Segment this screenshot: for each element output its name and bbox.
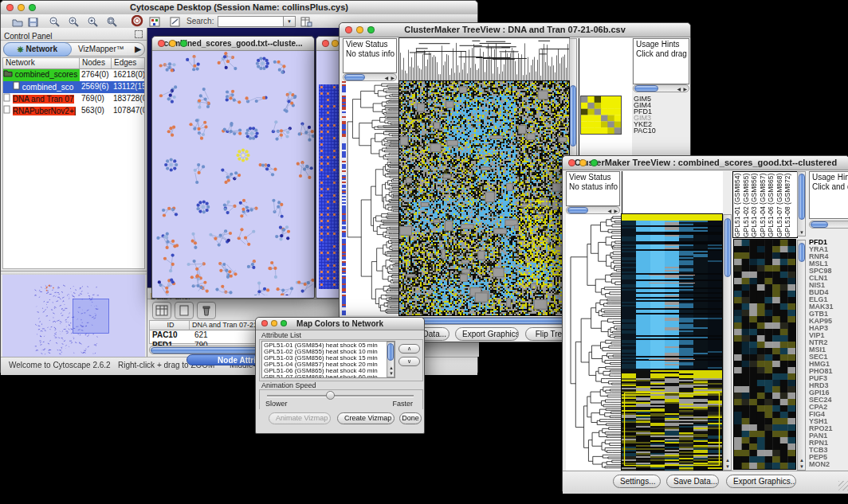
attribute-select-icon[interactable] [152,302,171,319]
close-button[interactable] [261,320,268,326]
network-row[interactable]: RNAPuberNov2+| 563(0) 107847(0) [3,105,144,117]
zoom-button[interactable] [180,40,187,47]
gene-label-list: PFD1YRA1RNR4MSL1SPC98CLN1NIS1BUD4ELG1MAK… [809,239,848,470]
tab-overflow-arrow[interactable]: ▶ [132,43,144,56]
attribute-list-item[interactable]: GPL51-07 (GSM868) heat shock 60 min [264,374,395,378]
close-button[interactable] [322,40,329,47]
zoom-vscrollbar[interactable]: ▲▼ [797,240,806,471]
new-attribute-icon[interactable] [175,302,194,319]
close-button[interactable] [345,26,352,33]
global-expression-heatmap[interactable] [622,214,722,471]
move-down-button[interactable]: ∨ [398,357,420,366]
close-button[interactable] [6,4,14,11]
save-data-button[interactable]: Save Data... [666,475,719,488]
attribute-list-item[interactable]: GPL51-01 (GSM854) heat shock 05 min [264,342,395,349]
treeview2-vscrollbar[interactable]: ▲▼ [723,214,732,471]
animate-vizmap-button[interactable]: Animate Vizmap [269,412,331,424]
slower-label: Slower [265,400,288,408]
scrollbar-thumb[interactable] [799,243,805,262]
move-up-button[interactable]: ∧ [398,344,420,354]
scrollbar-thumb[interactable] [344,74,365,80]
attribute-list-item[interactable]: GPL51-03 (GSM856) heat shock 15 min [264,355,395,361]
scrollbar-thumb[interactable] [570,85,576,147]
zoom-button[interactable] [367,26,375,33]
gene-label[interactable]: MON2 [809,461,848,468]
network-row[interactable]: combined_scores 2764(0) 16218(0) [3,69,144,81]
scrollbar-thumb[interactable] [811,221,828,228]
view-status-scrollbar[interactable]: ◀▶ [566,206,620,214]
zoom-expression-heatmap[interactable] [734,240,795,469]
speed-slider-thumb[interactable] [326,391,335,400]
column-header-network[interactable]: Network [3,58,80,69]
column-header-id[interactable]: ID [150,321,190,330]
scrollbar-thumb[interactable] [634,85,658,92]
minimize-button[interactable] [169,40,176,47]
attribute-list[interactable]: GPL51-01 (GSM854) heat shock 05 minGPL51… [261,341,395,378]
done-button[interactable]: Done [399,412,422,424]
column-header-edges[interactable]: Edges [112,58,144,69]
faster-label: Faster [392,400,413,408]
treeview1-title-bar[interactable]: ClusterMaker TreeView : DNA and Tran 07-… [340,23,690,37]
scrollbar-thumb[interactable] [724,218,731,277]
float-panel-icon[interactable] [135,30,143,38]
minimize-button[interactable] [356,26,363,33]
close-button[interactable] [158,40,165,47]
minimize-button[interactable] [18,4,25,11]
export-graphics-button[interactable]: Export Graphics... [455,327,519,341]
usage-hints-scrollbar[interactable]: ◀▶ [633,84,689,92]
column-dendrogram[interactable] [399,38,569,81]
attribute-list-vscrollbar[interactable]: ▲▼ [387,342,395,377]
zoom-button[interactable] [591,159,598,166]
column-labels-vscrollbar[interactable]: ▼ [797,171,806,236]
minimize-button[interactable] [579,159,587,166]
main-window-title: Cytoscape Desktop (Session Name: collins… [130,2,348,12]
usage-hints-box: Usage HintsClick and drag to [809,171,848,219]
attribute-list-item[interactable]: GPL51-02 (GSM855) heat shock 10 min [264,349,395,355]
column-label: GPL51-04 (GSM857) [759,172,768,237]
usage-hints-scrollbar[interactable] [809,221,848,229]
search-input[interactable] [218,16,285,27]
minimize-button[interactable] [271,320,277,326]
scrollbar-thumb[interactable] [387,343,394,361]
search-dropdown-button[interactable]: ▼ [283,16,296,27]
matrix-row-labels: GIM5GIM4PFD1GIM3YKE2PAC10 [634,96,665,134]
panel-tab-bar: ⎈ Network VizMapper™ ▶ [3,42,145,57]
row-dendrogram[interactable] [346,81,398,315]
minimize-button[interactable] [332,40,339,47]
delete-attribute-icon[interactable] [197,302,216,319]
resize-grip[interactable] [838,481,848,490]
settings-button[interactable]: Settings... [613,475,661,488]
document-icon [3,93,10,105]
network-canvas[interactable] [154,52,314,295]
column-header-nodes[interactable]: Nodes [80,58,112,69]
scrollbar-thumb[interactable] [405,318,564,324]
network-row[interactable]: DNA and Tran 07 769(0) 183728(0) [3,93,144,105]
folder-icon [3,69,13,80]
treeview2-title-bar[interactable]: ClusterMaker TreeView : combined_scores_… [563,156,848,170]
row-dendrogram[interactable] [566,214,622,471]
speed-slider-groove[interactable] [267,395,414,397]
tab-vizmapper[interactable]: VizMapper™ [71,43,132,56]
tab-network[interactable]: ⎈ Network [3,42,72,57]
document-icon [3,105,10,117]
birdseye-view[interactable] [2,275,145,357]
main-title-bar[interactable]: Cytoscape Desktop (Session Name: collins… [1,1,477,15]
correlation-matrix-heatmap[interactable] [581,96,621,134]
attribute-list-item[interactable]: GPL51-06 (GSM865) heat shock 40 min [264,368,395,374]
dialog-title-bar[interactable]: Map Colors to Network [256,318,424,330]
zoom-button[interactable] [281,320,287,326]
create-vizmap-button[interactable]: Create Vizmap [337,412,395,424]
scrollbar-thumb[interactable] [567,207,588,213]
treeview2-window: ClusterMaker TreeView : combined_scores_… [562,155,848,492]
dialog-title: Map Colors to Network [296,319,383,328]
zoom-button[interactable] [29,4,36,11]
attribute-list-item[interactable]: GPL51-04 (GSM857) heat shock 20 min [264,361,395,368]
close-button[interactable] [568,159,575,166]
network-view-title-bar[interactable]: combined_scores_good.txt--cluste... [152,37,314,51]
network-row-selected[interactable]: combined_sco 2569(6) 13112(15) [3,81,144,93]
scrollbar-thumb[interactable] [799,174,805,220]
expression-heatmap[interactable] [399,81,569,315]
usage-hints-box: Usage HintsClick and drag to [633,38,689,84]
view-status-scrollbar[interactable]: ◀▶ [343,73,397,81]
export-graphics-button[interactable]: Export Graphics... [726,475,796,488]
